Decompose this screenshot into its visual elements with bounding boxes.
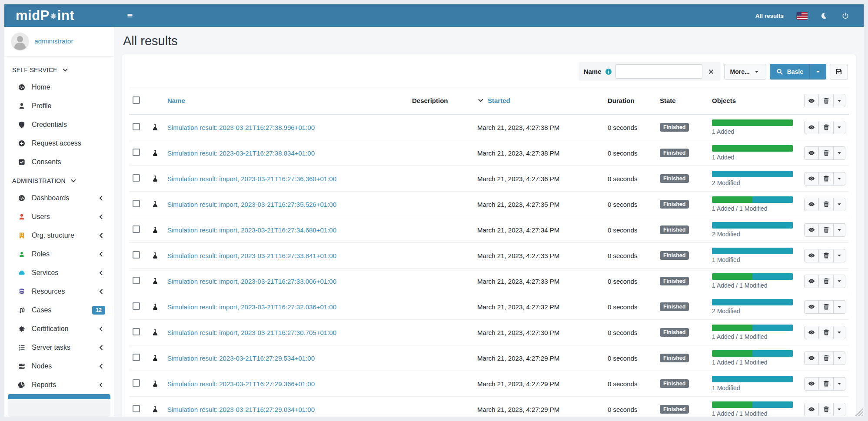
sidebar-item-profile[interactable]: Profile xyxy=(8,96,110,115)
sidebar-item-services[interactable]: Services xyxy=(8,263,110,282)
result-name-link[interactable]: Simulation result: 2023-03-21T16:27:29.0… xyxy=(167,406,315,413)
column-header-started[interactable]: Started xyxy=(474,87,604,115)
user-name-link[interactable]: administrator xyxy=(34,37,73,45)
view-icon[interactable] xyxy=(804,198,819,211)
sidebar-item-credentials[interactable]: Credentials xyxy=(8,115,110,134)
row-checkbox[interactable] xyxy=(133,200,140,207)
info-icon[interactable] xyxy=(605,68,612,75)
more-actions-icon[interactable] xyxy=(834,403,845,416)
sidebar-item-certification[interactable]: Certification xyxy=(8,319,110,338)
delete-icon[interactable] xyxy=(819,146,834,160)
row-checkbox[interactable] xyxy=(133,328,140,335)
clear-filter-icon[interactable] xyxy=(706,67,716,76)
result-name-link[interactable]: Simulation result: import, 2023-03-21T16… xyxy=(167,303,336,311)
more-filters-button[interactable]: More... xyxy=(724,64,766,80)
row-checkbox[interactable] xyxy=(133,123,140,130)
more-actions-icon[interactable] xyxy=(834,223,845,237)
more-actions-icon[interactable] xyxy=(834,249,845,262)
more-actions-icon[interactable] xyxy=(834,198,845,211)
name-filter-input[interactable] xyxy=(615,64,702,79)
result-name-link[interactable]: Simulation result: import, 2023-03-21T16… xyxy=(167,329,336,336)
result-name-link[interactable]: Simulation result: import, 2023-03-21T16… xyxy=(167,252,336,259)
locale-button[interactable] xyxy=(792,4,811,27)
view-icon[interactable] xyxy=(804,300,819,314)
result-name-link[interactable]: Simulation result: 2023-03-21T16:27:29.5… xyxy=(167,355,315,362)
row-checkbox[interactable] xyxy=(133,277,140,284)
delete-icon[interactable] xyxy=(819,300,834,314)
delete-all-icon[interactable] xyxy=(819,94,834,107)
sidebar-item-simulations[interactable]: Simulations xyxy=(8,394,110,399)
brand-logo[interactable]: midPint xyxy=(4,4,114,27)
delete-icon[interactable] xyxy=(819,351,834,365)
delete-icon[interactable] xyxy=(819,326,834,339)
row-checkbox[interactable] xyxy=(133,149,140,156)
view-icon[interactable] xyxy=(804,377,819,391)
result-name-link[interactable]: Simulation result: import, 2023-03-21T16… xyxy=(167,226,336,234)
result-name-link[interactable]: Simulation result: import, 2023-03-21T16… xyxy=(167,175,336,182)
sidebar-section-administration[interactable]: ADMINISTRATION xyxy=(8,171,110,189)
search-mode-dropdown[interactable] xyxy=(810,64,826,80)
more-actions-icon[interactable] xyxy=(834,275,845,288)
row-checkbox[interactable] xyxy=(133,405,140,412)
dark-mode-icon[interactable] xyxy=(814,4,833,27)
sidebar-item-request-access[interactable]: Request access xyxy=(8,134,110,152)
simulations-submenu-stub[interactable] xyxy=(8,400,110,417)
delete-icon[interactable] xyxy=(819,249,834,262)
result-name-link[interactable]: Simulation result: import, 2023-03-21T16… xyxy=(167,201,336,208)
view-all-icon[interactable] xyxy=(804,94,819,107)
more-actions-icon[interactable] xyxy=(834,94,845,107)
more-actions-icon[interactable] xyxy=(834,351,845,365)
sidebar-item-consents[interactable]: Consents xyxy=(8,152,110,171)
view-icon[interactable] xyxy=(804,326,819,339)
sidebar-item-users[interactable]: Users xyxy=(8,207,110,226)
sidebar-item-resources[interactable]: Resources xyxy=(8,282,110,301)
row-checkbox[interactable] xyxy=(133,354,140,361)
sidebar-item-nodes[interactable]: Nodes xyxy=(8,357,110,375)
result-name-link[interactable]: Simulation result: 2023-03-21T16:27:38.9… xyxy=(167,124,315,131)
more-actions-icon[interactable] xyxy=(834,377,845,391)
more-actions-icon[interactable] xyxy=(834,172,845,186)
delete-icon[interactable] xyxy=(819,403,834,416)
sidebar-item-cases[interactable]: Cases 12 xyxy=(8,301,110,319)
view-icon[interactable] xyxy=(804,249,819,262)
sidebar-item-roles[interactable]: Roles xyxy=(8,245,110,263)
row-checkbox[interactable] xyxy=(133,174,140,182)
more-actions-icon[interactable] xyxy=(834,121,845,134)
row-checkbox[interactable] xyxy=(133,251,140,259)
avatar[interactable] xyxy=(11,33,29,50)
save-search-button[interactable] xyxy=(830,64,848,80)
logout-icon[interactable] xyxy=(836,4,855,27)
result-name-link[interactable]: Simulation result: 2023-03-21T16:27:38.8… xyxy=(167,149,315,157)
column-header-name[interactable]: Name xyxy=(164,87,409,115)
view-icon[interactable] xyxy=(804,146,819,160)
sidebar-item-server-tasks[interactable]: Server tasks xyxy=(8,338,110,357)
view-icon[interactable] xyxy=(804,403,819,416)
view-icon[interactable] xyxy=(804,351,819,365)
delete-icon[interactable] xyxy=(819,223,834,237)
more-actions-icon[interactable] xyxy=(834,300,845,314)
select-all-checkbox[interactable] xyxy=(133,96,140,104)
delete-icon[interactable] xyxy=(819,198,834,211)
delete-icon[interactable] xyxy=(819,275,834,288)
sidebar-section-self-service[interactable]: SELF SERVICE xyxy=(8,60,110,78)
sidebar-item-org-structure[interactable]: Org. structure xyxy=(8,226,110,245)
delete-icon[interactable] xyxy=(819,121,834,134)
sidebar-item-home[interactable]: Home xyxy=(8,78,110,96)
menu-toggle-icon[interactable] xyxy=(120,4,140,27)
navbar-breadcrumb[interactable]: All results xyxy=(749,13,790,19)
result-name-link[interactable]: Simulation result: import, 2023-03-21T16… xyxy=(167,278,336,285)
more-actions-icon[interactable] xyxy=(834,326,845,339)
view-icon[interactable] xyxy=(804,223,819,237)
row-checkbox[interactable] xyxy=(133,379,140,387)
search-basic-button[interactable]: Basic xyxy=(770,64,810,80)
delete-icon[interactable] xyxy=(819,172,834,186)
result-name-link[interactable]: Simulation result: 2023-03-21T16:27:29.3… xyxy=(167,380,315,388)
sidebar-item-reports[interactable]: Reports xyxy=(8,375,110,394)
view-icon[interactable] xyxy=(804,172,819,186)
row-checkbox[interactable] xyxy=(133,302,140,310)
delete-icon[interactable] xyxy=(819,377,834,391)
view-icon[interactable] xyxy=(804,121,819,134)
sidebar-item-dashboards[interactable]: Dashboards xyxy=(8,189,110,207)
more-actions-icon[interactable] xyxy=(834,146,845,160)
view-icon[interactable] xyxy=(804,275,819,288)
